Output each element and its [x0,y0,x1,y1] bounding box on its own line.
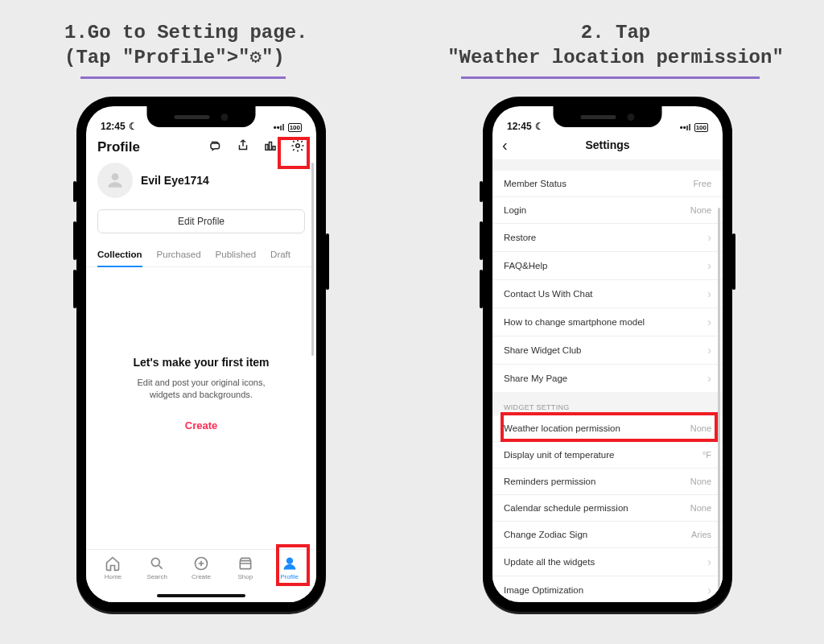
create-link[interactable]: Create [105,419,297,431]
edit-profile-button[interactable]: Edit Profile [97,209,305,233]
row-value: None [690,477,711,486]
settings-row[interactable]: Share My Page› [492,365,723,392]
highlight-profile-tab [276,544,310,586]
tabbar-label: Home [105,573,122,580]
phone-notch [147,106,256,127]
back-button[interactable]: ‹ [502,136,508,155]
chevron-right-icon: › [707,372,711,385]
highlight-weather-permission [501,412,718,442]
phone-screen: 12:45 ☾ ••ıl 100 ‹ Settings Member Statu… [492,106,723,602]
chevron-right-icon: › [707,344,711,357]
chevron-right-icon: › [707,584,711,597]
tab-search[interactable]: Search [137,555,177,580]
row-label: Display unit of temperature [504,450,614,460]
chevron-right-icon: › [707,287,711,300]
tab-purchased[interactable]: Purchased [157,245,201,266]
page-title: Settings [492,138,723,151]
row-value: Free [693,179,711,188]
step1-heading: 1.Go to Setting page. (Tap "Profile">"⚙"… [64,20,338,70]
tab-published[interactable]: Published [216,245,257,266]
empty-state: Let's make your first item Edit and post… [86,267,316,431]
scrollbar[interactable] [718,208,720,601]
camera [628,114,635,121]
empty-title: Let's make your first item [105,356,297,369]
signal-icon: ••ıl [274,122,285,132]
moon-icon: ☾ [129,121,138,132]
phone-side-button [73,270,76,308]
settings-row[interactable]: Reminders permissionNone [492,469,723,495]
settings-row[interactable]: Share Widget Club› [492,336,723,365]
row-label: Update all the widgets [504,557,595,567]
row-label: Calendar schedule permission [504,503,628,513]
settings-row[interactable]: LoginNone [492,197,723,224]
settings-row[interactable]: Contact Us With Chat› [492,280,723,308]
row-label: Member Status [504,179,566,188]
tab-shop[interactable]: Shop [225,555,266,580]
step2-heading: 2. Tap "Weather location permission" [447,20,785,70]
settings-row[interactable]: FAQ&Help› [492,252,723,280]
svg-point-4 [112,173,119,180]
row-value: None [690,503,711,513]
phone-side-button [732,233,735,290]
row-label: Change Zodiac Sign [504,530,587,539]
settings-row[interactable]: Calendar schedule permissionNone [492,495,723,522]
chevron-right-icon: › [707,259,711,272]
row-value: °F [702,450,711,460]
username: Evil Eye1714 [141,174,209,187]
speaker [175,115,210,119]
status-time: 12:45 [507,121,532,132]
svg-rect-1 [270,142,272,151]
tab-create[interactable]: Create [181,555,221,580]
empty-subtitle: Edit and post your original icons, widge… [105,377,297,402]
phone-settings: 12:45 ☾ ••ıl 100 ‹ Settings Member Statu… [483,97,732,612]
profile-tabs: Collection Purchased Published Draft [86,245,316,267]
row-label: Share Widget Club [504,345,582,355]
settings-header: ‹ Settings [492,134,723,159]
phone-side-button [73,181,76,202]
chat-icon[interactable] [208,138,223,156]
row-label: How to change smartphone model [504,317,645,327]
row-label: Reminders permission [504,477,595,486]
share-icon[interactable] [236,138,250,156]
settings-row[interactable]: Member StatusFree [492,171,723,197]
phone-notch [554,106,662,127]
row-label: Image Optimization [504,585,583,595]
row-label: Share My Page [504,374,567,383]
settings-row[interactable]: Change Zodiac SignAries [492,522,723,548]
settings-section-widget: Weather location permissionNoneDisplay u… [492,415,723,601]
underline-2 [461,76,760,79]
chevron-right-icon: › [707,316,711,328]
settings-row[interactable]: Update all the widgets› [492,548,723,576]
settings-row[interactable]: Image Optimization› [492,576,723,601]
row-value: None [690,205,711,215]
row-label: Contact Us With Chat [504,289,593,299]
tab-home[interactable]: Home [93,555,133,580]
row-label: Restore [504,233,536,242]
tabbar-label: Shop [237,573,253,580]
settings-row[interactable]: How to change smartphone model› [492,308,723,336]
bars-icon[interactable] [263,138,278,156]
avatar[interactable] [97,163,133,198]
tab-draft[interactable]: Draft [270,245,290,266]
svg-point-5 [152,558,160,566]
phone-screen: 12:45 ☾ ••ıl 100 Profile [86,106,316,602]
page-title: Profile [97,139,140,155]
svg-rect-7 [240,561,250,569]
settings-row[interactable]: Display unit of temperature°F [492,442,723,469]
phone-side-button [480,181,483,202]
settings-body: Member StatusFreeLoginNoneRestore›FAQ&He… [492,159,723,601]
scrollbar[interactable] [311,163,314,356]
camera [221,114,229,121]
tab-collection[interactable]: Collection [97,245,142,267]
phone-side-button [480,221,483,260]
tabbar-label: Search [147,573,167,580]
settings-row[interactable]: Restore› [492,224,723,252]
status-time: 12:45 [101,121,126,132]
phone-side-button [73,221,76,260]
row-label: FAQ&Help [504,261,547,270]
underline-1 [80,76,286,79]
home-indicator[interactable] [157,594,245,597]
svg-rect-0 [266,145,268,151]
svg-rect-2 [273,147,275,151]
phone-side-button [480,270,483,308]
